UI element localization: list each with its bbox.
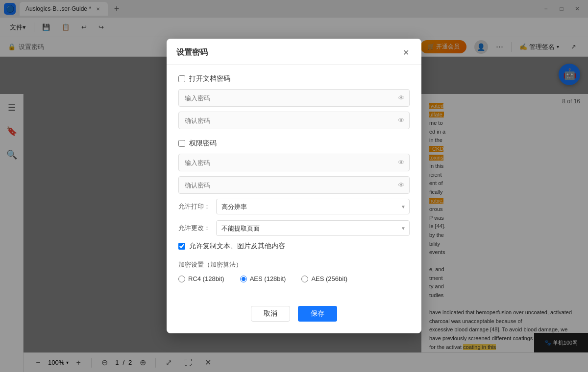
permission-checkbox-label[interactable]: 权限密码: [178, 139, 410, 148]
open-password-eye-icon[interactable]: 👁: [398, 94, 405, 102]
perm-confirm-wrap: 👁: [178, 176, 410, 194]
rc4-radio-label[interactable]: RC4 (128bit): [178, 275, 224, 282]
aes256-label: AES (256bit): [311, 275, 347, 282]
allow-print-label: 允许打印：: [178, 202, 210, 211]
perm-password-eye-icon[interactable]: 👁: [398, 159, 405, 166]
permission-checkbox[interactable]: [178, 140, 185, 147]
allow-copy-text: 允许复制文本、图片及其他内容: [189, 242, 285, 251]
open-confirm-input[interactable]: [178, 112, 410, 129]
save-button[interactable]: 保存: [298, 306, 337, 322]
dialog-footer: 取消 保存: [167, 302, 421, 333]
modal-overlay: 设置密码 ✕ 打开文档密码 👁 👁: [0, 0, 588, 372]
open-confirm-eye-icon[interactable]: 👁: [398, 116, 405, 124]
perm-password-wrap: 👁: [178, 154, 410, 171]
aes256-radio[interactable]: [301, 276, 308, 282]
allow-edit-select-wrap: 不能提取页面 允许填写表单 允许批注 允许全部更改: [216, 220, 410, 236]
allow-edit-row: 允许更改： 不能提取页面 允许填写表单 允许批注 允许全部更改: [178, 220, 410, 236]
dialog-close-button[interactable]: ✕: [400, 46, 412, 58]
allow-print-row: 允许打印： 高分辨率 低分辨率 不允许: [178, 199, 410, 214]
open-password-input[interactable]: [178, 89, 410, 107]
open-doc-section: 打开文档密码 👁 👁: [178, 74, 410, 129]
dialog-title: 设置密码: [176, 47, 208, 58]
open-doc-checkbox-label[interactable]: 打开文档密码: [178, 74, 410, 83]
open-password-wrap: 👁: [178, 89, 410, 107]
allow-edit-select[interactable]: 不能提取页面 允许填写表单 允许批注 允许全部更改: [216, 220, 410, 236]
permission-section: 权限密码 👁 👁 允许打印：: [178, 139, 410, 251]
allow-print-select-wrap: 高分辨率 低分辨率 不允许: [216, 199, 410, 214]
dialog-header: 设置密码 ✕: [167, 39, 421, 65]
perm-confirm-eye-icon[interactable]: 👁: [398, 181, 405, 189]
aes256-radio-label[interactable]: AES (256bit): [301, 275, 347, 282]
dialog-body: 打开文档密码 👁 👁 权限密码: [167, 65, 421, 302]
cancel-button[interactable]: 取消: [251, 306, 290, 322]
rc4-label: RC4 (128bit): [188, 275, 224, 282]
allow-copy-checkbox[interactable]: [178, 243, 185, 250]
allow-copy-label[interactable]: 允许复制文本、图片及其他内容: [178, 242, 410, 251]
aes128-label: AES (128bit): [250, 275, 286, 282]
open-confirm-wrap: 👁: [178, 112, 410, 129]
encryption-title: 加密设置（加密算法）: [178, 260, 410, 269]
allow-print-select[interactable]: 高分辨率 低分辨率 不允许: [216, 199, 410, 214]
encryption-radio-group: RC4 (128bit) AES (128bit) AES (256bit): [178, 275, 410, 282]
perm-password-input[interactable]: [178, 154, 410, 171]
aes128-radio-label[interactable]: AES (128bit): [240, 275, 286, 282]
allow-edit-label: 允许更改：: [178, 224, 210, 232]
perm-confirm-input[interactable]: [178, 176, 410, 194]
open-doc-checkbox[interactable]: [178, 75, 185, 82]
open-doc-label: 打开文档密码: [189, 74, 230, 83]
aes128-radio[interactable]: [240, 276, 247, 282]
rc4-radio[interactable]: [178, 276, 185, 282]
password-dialog: 设置密码 ✕ 打开文档密码 👁 👁: [167, 39, 421, 333]
permission-label: 权限密码: [189, 139, 217, 148]
encryption-section: 加密设置（加密算法） RC4 (128bit) AES (128bit): [178, 260, 410, 282]
